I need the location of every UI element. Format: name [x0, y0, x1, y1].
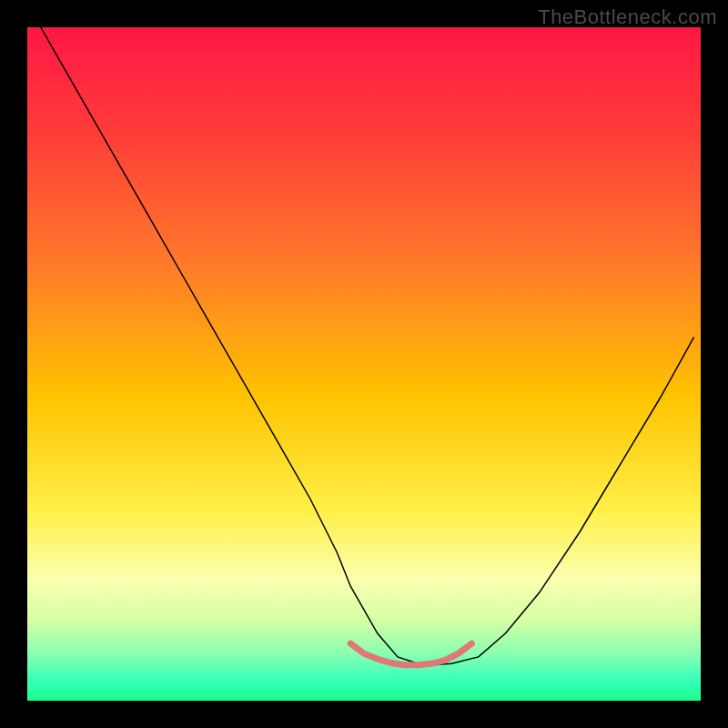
watermark-text: TheBottleneck.com [538, 5, 717, 29]
chart-area [27, 27, 701, 701]
bottleneck-curve [41, 27, 694, 665]
chart-curves [27, 27, 701, 701]
